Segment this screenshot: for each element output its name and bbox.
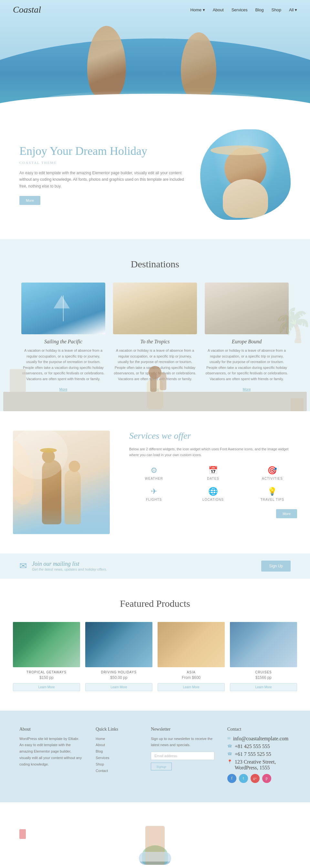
- footer-link-home[interactable]: Home: [96, 736, 138, 742]
- service-label-locations: LOCATIONS: [188, 498, 238, 501]
- destinations-title: Destinations: [13, 259, 297, 270]
- services-more-button[interactable]: More: [276, 509, 297, 518]
- footer-quicklinks-title: Quick Links: [96, 727, 138, 732]
- destinations-grid: Sailing the Pacific A vacation or holida…: [13, 283, 297, 392]
- travel-tips-icon: 💡: [248, 487, 297, 496]
- intro-text: Enjoy Your Dream Holiday Coastal Theme A…: [20, 144, 187, 205]
- destination-name-2: Europe Bound: [205, 339, 289, 345]
- product-learn-2[interactable]: Learn More: [158, 683, 225, 691]
- site-logo[interactable]: Coastal: [13, 4, 41, 15]
- footer-link-about[interactable]: About: [96, 742, 138, 748]
- product-price-0: $150 pp: [13, 675, 80, 680]
- services-section: Services we offer Below are 2 different …: [0, 411, 310, 553]
- product-price-3: $1566 pp: [230, 675, 297, 680]
- product-name-3: CRUISES: [230, 671, 297, 674]
- navbar: Coastal Home ▾ About Services Blog Shop …: [0, 0, 310, 20]
- footer-contact: Contact ✉ info@coastaltemplate.com ☎ +81…: [227, 727, 290, 783]
- footer-grid: About WordPress site kit template by Elt…: [20, 727, 290, 783]
- product-learn-1[interactable]: Learn More: [85, 683, 152, 691]
- footer-quicklinks: Quick Links Home About Blog Services Sho…: [96, 727, 138, 783]
- contact-address: 123 Creative Street, WordPress, 1555: [235, 759, 290, 771]
- twitter-icon[interactable]: t: [239, 774, 248, 783]
- footer-about-title: About: [20, 727, 83, 732]
- email-icon: ✉: [227, 736, 231, 741]
- footer-about: About WordPress site kit template by Elt…: [20, 727, 83, 783]
- destination-image-tropics: [113, 283, 197, 334]
- nav-links: Home ▾ About Services Blog Shop All ▾: [190, 7, 297, 12]
- mailing-description: Get the latest news, updates and holiday…: [32, 567, 107, 571]
- contact-phone2-item: ☎ +61 7 555 525 55: [227, 751, 290, 757]
- nav-item-services[interactable]: Services: [232, 7, 248, 12]
- destination-more-0[interactable]: More: [59, 387, 67, 391]
- pinterest-icon[interactable]: p: [262, 774, 271, 783]
- product-learn-3[interactable]: Learn More: [230, 683, 297, 691]
- services-image: [13, 431, 110, 534]
- nav-item-about[interactable]: About: [213, 7, 224, 12]
- mailing-text: Join our mailing list Get the latest new…: [32, 561, 107, 571]
- services-title: Services we offer: [129, 431, 297, 441]
- intro-image-container: [200, 129, 290, 220]
- services-description: Below are 2 different widgets, the icon …: [129, 446, 297, 458]
- phone-icon-2: ☎: [227, 752, 232, 756]
- mailing-left: ✉ Join our mailing list Get the latest n…: [20, 561, 107, 571]
- destination-name-0: Sailing the Pacific: [21, 339, 105, 345]
- service-item-activities: 🎯 ACTIVITIES: [248, 466, 297, 480]
- footer: About WordPress site kit template by Elt…: [0, 711, 310, 802]
- phone-icon-1: ☎: [227, 744, 232, 749]
- footer-link-contact[interactable]: Contact: [96, 768, 138, 774]
- contact-address-item: 📍 123 Creative Street, WordPress, 1555: [227, 759, 290, 771]
- contact-email: info@coastaltemplate.com: [233, 736, 289, 742]
- hero-figure-left: [87, 26, 126, 97]
- footer-link-blog[interactable]: Blog: [96, 748, 138, 755]
- contact-email-item: ✉ info@coastaltemplate.com: [227, 736, 290, 742]
- locations-icon: 🌐: [188, 487, 238, 496]
- location-icon: 📍: [227, 760, 232, 764]
- services-content: Services we offer Below are 2 different …: [129, 431, 297, 518]
- service-label-travel-tips: TRAVEL TIPS: [248, 498, 297, 501]
- newsletter-submit-button[interactable]: Signup: [151, 763, 172, 770]
- destination-name-1: To the Tropics: [113, 339, 197, 345]
- intro-title: Enjoy Your Dream Holiday: [20, 144, 187, 158]
- intro-description: An easy to edit template with the amazin…: [20, 170, 187, 189]
- service-label-flights: FLIGHTS: [129, 498, 179, 501]
- product-learn-0[interactable]: Learn More: [13, 683, 80, 691]
- footer-newsletter: Newsletter Sign up to our newsletter to …: [151, 727, 214, 783]
- product-name-2: ASIA: [158, 671, 225, 674]
- footer-link-services[interactable]: Services: [96, 755, 138, 761]
- newsletter-email-input[interactable]: [151, 752, 214, 760]
- mail-icon: ✉: [20, 561, 27, 571]
- product-image-tropical: [13, 622, 80, 667]
- weather-icon: ⚙: [129, 466, 179, 475]
- service-item-flights: ✈ FLIGHTS: [129, 487, 179, 501]
- product-name-0: TROPICAL GETAWAYS: [13, 671, 80, 674]
- footer-about-text: WordPress site kit template by Eltiabr. …: [20, 736, 83, 768]
- mailing-signup-button[interactable]: Sign Up: [261, 561, 290, 571]
- footer-link-shop[interactable]: Shop: [96, 761, 138, 768]
- product-image-driving: [85, 622, 152, 667]
- nav-item-shop[interactable]: Shop: [272, 7, 281, 12]
- hero-figure-right: [181, 32, 216, 97]
- flights-icon: ✈: [129, 487, 179, 496]
- service-label-activities: ACTIVITIES: [248, 477, 297, 480]
- product-card-0: TROPICAL GETAWAYS $150 pp Learn More: [13, 622, 80, 691]
- googleplus-icon[interactable]: g+: [250, 774, 260, 783]
- destination-card-2: Europe Bound A vacation or holiday is a …: [205, 283, 289, 392]
- facebook-icon[interactable]: f: [227, 774, 236, 783]
- service-label-weather: WEATHER: [129, 477, 179, 480]
- product-price-2: From $600: [158, 675, 225, 680]
- nav-item-all[interactable]: All ▾: [289, 7, 297, 12]
- product-image-asia: [158, 622, 225, 667]
- contact-phone2: +61 7 555 525 55: [235, 751, 271, 757]
- nav-item-home[interactable]: Home ▾: [190, 7, 205, 12]
- intro-image-inner: [200, 129, 290, 220]
- intro-section: Enjoy Your Dream Holiday Coastal Theme A…: [0, 110, 310, 239]
- nav-item-blog[interactable]: Blog: [255, 7, 264, 12]
- social-icons: f t g+ p: [227, 774, 290, 783]
- destination-more-2[interactable]: More: [242, 387, 250, 391]
- destination-desc-2: A vacation or holiday is a leave of abse…: [205, 348, 289, 382]
- product-name-1: DRIVING HOLIDAYS: [85, 671, 152, 674]
- services-grid: ⚙ WEATHER 📅 DATES 🎯 ACTIVITIES ✈ FLIGHTS…: [129, 466, 297, 501]
- intro-more-button[interactable]: More: [20, 196, 40, 205]
- destinations-section: Destinations Sailing the Pacific A vacat…: [0, 239, 310, 411]
- service-item-dates: 📅 DATES: [188, 466, 238, 480]
